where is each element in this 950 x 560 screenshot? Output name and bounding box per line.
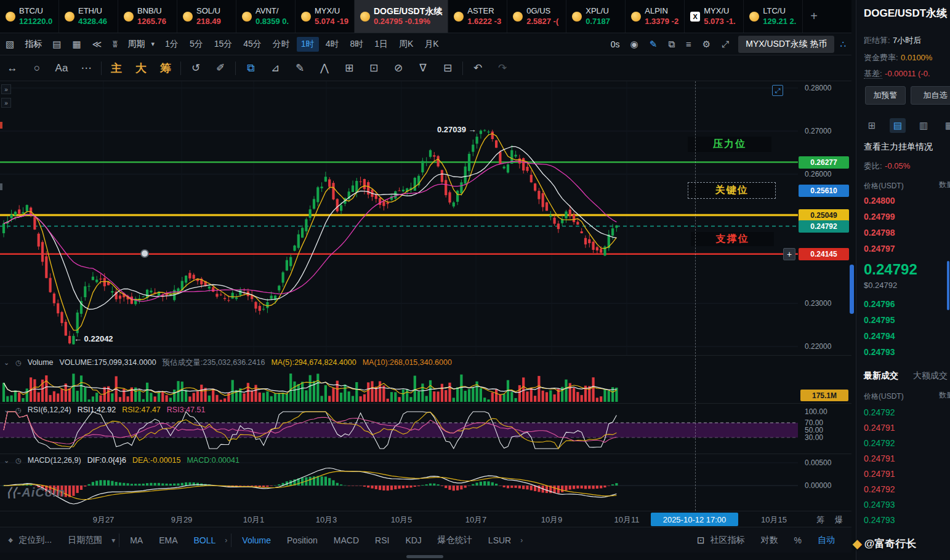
multi-window-icon[interactable]: ⧉ xyxy=(662,39,680,49)
percent-scale-button[interactable]: % xyxy=(794,535,802,545)
symbol-tab[interactable]: ALPIN1.3379 -2 xyxy=(626,0,685,33)
timeframe-15分[interactable]: 15分 xyxy=(210,37,237,52)
collapse-left-icon[interactable]: » xyxy=(1,84,11,94)
candlestick-chart[interactable] xyxy=(0,81,851,355)
timeframe-1时[interactable]: 1时 xyxy=(297,37,319,52)
vertical-scrollbar[interactable] xyxy=(850,265,854,314)
add-tab-button[interactable]: + xyxy=(803,0,825,33)
trade-row[interactable]: 0.24792 xyxy=(864,484,895,494)
candle-style-icon[interactable]: ʬ xyxy=(107,39,123,49)
more-tools-icon[interactable]: ⋯ xyxy=(74,62,99,74)
measure-icon[interactable]: ⊿ xyxy=(263,62,288,74)
log-scale-button[interactable]: 对数 xyxy=(761,535,778,546)
timeframe-8时[interactable]: 8时 xyxy=(345,37,368,52)
symbol-tab[interactable]: MYX/U5.074 -19 xyxy=(296,0,355,33)
pencil-icon[interactable]: ✎ xyxy=(288,62,312,74)
refresh-drawing-icon[interactable]: ↺ xyxy=(183,62,208,74)
timeframe-1分[interactable]: 1分 xyxy=(161,37,183,52)
symbol-tab[interactable]: SOL/U218.49 xyxy=(177,0,236,33)
symbol-tab[interactable]: BNB/U1265.76 xyxy=(118,0,177,33)
symbol-tab[interactable]: 0G/US2.5827 -( xyxy=(507,0,566,33)
save-layout-icon[interactable]: ▤ xyxy=(47,39,66,49)
compare-icon[interactable]: ▦ xyxy=(66,39,86,49)
ask-row[interactable]: 0.24798 xyxy=(864,228,895,238)
trade-row[interactable]: 0.24793 xyxy=(864,500,895,510)
symbol-tab[interactable]: ASTER1.6222 -3 xyxy=(448,0,507,33)
trades-list-icon[interactable]: ▥ xyxy=(916,118,932,133)
timeframe-5分[interactable]: 5分 xyxy=(185,37,207,52)
trade-row[interactable]: 0.24791 xyxy=(864,423,895,433)
chevron-right-icon[interactable]: › xyxy=(225,536,227,545)
list-icon[interactable]: ≡ xyxy=(680,39,697,49)
level-label-关键位[interactable]: 关键位 xyxy=(688,182,776,199)
date-range-button[interactable]: 日期范围 xyxy=(68,535,102,546)
trade-row[interactable]: 0.24792 xyxy=(864,407,895,417)
collapse-panel-icon[interactable]: ⌄ xyxy=(4,359,9,366)
overlay-BOLL[interactable]: BOLL xyxy=(194,535,216,545)
add-alert-on-line-icon[interactable]: + xyxy=(783,248,795,260)
edit-icon[interactable]: ✎ xyxy=(644,39,663,49)
bid-row[interactable]: 0.24795 xyxy=(864,315,895,325)
text-tool-icon[interactable]: Aa xyxy=(49,62,74,74)
timeframe-分时[interactable]: 分时 xyxy=(268,37,294,52)
alert-panel-icon[interactable]: ◷ xyxy=(15,457,22,464)
large-view-toggle[interactable]: 大 xyxy=(129,61,153,76)
tab-large-trades[interactable]: 大额成交 xyxy=(913,370,948,382)
tab-latest-trades[interactable]: 最新成交 xyxy=(864,370,898,382)
hot-symbol-chip[interactable]: MYX/USDT永续 热币 xyxy=(738,36,834,53)
indicator-LSUR[interactable]: LSUR xyxy=(488,535,511,545)
depth-hint-link[interactable]: 查看主力挂单情况 xyxy=(864,142,933,153)
timeframe-4时[interactable]: 4时 xyxy=(321,37,344,52)
symbol-tab[interactable]: ETH/U4328.46 xyxy=(59,0,118,33)
support-line-handle[interactable] xyxy=(140,249,149,258)
ask-row[interactable]: 0.24797 xyxy=(864,244,895,254)
indicator-MACD[interactable]: MACD xyxy=(334,535,359,545)
add-alert-button[interactable]: 加预警 xyxy=(865,86,906,105)
trash-icon[interactable]: ⊟ xyxy=(435,62,460,74)
ask-row[interactable]: 0.24800 xyxy=(864,196,895,206)
symbol-tab[interactable]: AVNT/0.8359 0. xyxy=(236,0,296,33)
chips-axis-toggle[interactable]: 筹 xyxy=(816,514,824,526)
timeframe-月K[interactable]: 月K xyxy=(420,37,443,52)
main-chart-toggle[interactable]: 主 xyxy=(104,61,129,76)
alert-panel-icon[interactable]: ◷ xyxy=(15,359,22,366)
symbol-tab[interactable]: LTC/U129.21 2. xyxy=(744,0,803,33)
trade-row[interactable]: 0.24792 xyxy=(864,438,895,448)
indicator-KDJ[interactable]: KDJ xyxy=(405,535,421,545)
indicator-RSI[interactable]: RSI xyxy=(375,535,389,545)
timeframe-周K[interactable]: 周K xyxy=(395,37,417,52)
panel-scrollbar[interactable] xyxy=(947,261,949,310)
ellipse-tool-icon[interactable]: ○ xyxy=(25,62,49,74)
select-box-icon[interactable]: ⧉ xyxy=(238,62,263,74)
crosshair-range-icon[interactable]: ↔ xyxy=(0,62,25,74)
overlay-EMA[interactable]: EMA xyxy=(159,535,177,545)
chips-toggle[interactable]: 筹 xyxy=(153,61,178,76)
collapse-left-icon[interactable]: » xyxy=(1,98,11,108)
trade-row[interactable]: 0.24791 xyxy=(864,454,895,463)
bid-row[interactable]: 0.24793 xyxy=(864,347,895,357)
popout-icon[interactable]: ⤢ xyxy=(772,85,783,96)
stats-icon[interactable]: ▦ xyxy=(941,118,950,133)
trade-row[interactable]: 0.24791 xyxy=(864,469,895,479)
depth-chart-icon[interactable]: ⊞ xyxy=(864,118,880,133)
timeframe-1日[interactable]: 1日 xyxy=(370,37,392,52)
filter-icon[interactable]: ∇ xyxy=(411,62,435,74)
period-button[interactable]: 周期 xyxy=(123,39,150,50)
liquidation-axis-toggle[interactable]: 爆 xyxy=(835,514,843,526)
overlay-MA[interactable]: MA xyxy=(130,535,143,545)
horizontal-scrollbar[interactable] xyxy=(406,555,443,558)
trade-row[interactable]: 0.24793 xyxy=(864,515,895,525)
orderbook-icon[interactable]: ▤ xyxy=(890,118,906,133)
time-axis[interactable]: 9月279月2910月110月310月510月710月910月1110月15 2… xyxy=(0,511,851,527)
fullscreen-icon[interactable]: ⤢ xyxy=(716,39,735,49)
alert-panel-icon[interactable]: ◷ xyxy=(15,406,22,414)
symbol-tab[interactable]: DOGE/USDT永续0.24795 -0.19% xyxy=(355,0,448,33)
indicator-爆仓统计[interactable]: 爆仓统计 xyxy=(438,535,472,546)
wave-pattern-icon[interactable]: ⋀ xyxy=(312,62,337,74)
auto-scale-button[interactable]: 自动 xyxy=(818,535,835,546)
undo-icon[interactable]: ↶ xyxy=(465,62,490,74)
timeframe-45分[interactable]: 45分 xyxy=(239,37,266,52)
collapse-panel-icon[interactable]: ⌄ xyxy=(4,457,9,464)
level-label-压力位[interactable]: 压力位 xyxy=(688,137,771,152)
camera-icon[interactable]: ◉ xyxy=(625,39,644,49)
